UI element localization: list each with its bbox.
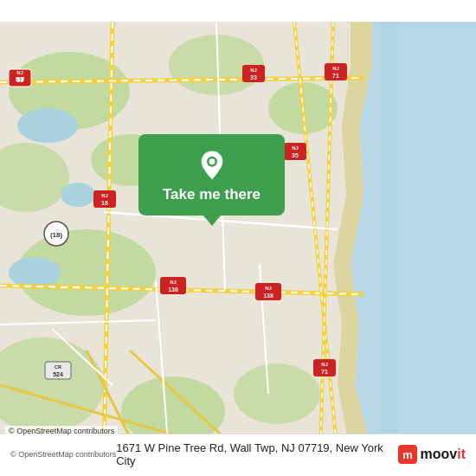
- svg-text:NJ: NJ: [250, 68, 257, 73]
- map-attribution: © OpenStreetMap contributors: [5, 426, 118, 436]
- svg-text:(18): (18): [50, 231, 63, 239]
- svg-text:71: 71: [332, 73, 339, 79]
- svg-marker-15: [381, 22, 398, 454]
- svg-text:524: 524: [53, 371, 63, 377]
- map-background: NJ 33 NJ 33 NJ 18 (18) NJ 33 NJ 35 NJ 71…: [0, 0, 476, 476]
- svg-text:CR: CR: [55, 364, 61, 370]
- svg-point-70: [209, 158, 215, 164]
- svg-text:35: 35: [292, 152, 299, 158]
- bottom-bar: © OpenStreetMap contributors 1671 W Pine…: [0, 434, 476, 476]
- svg-text:NJ: NJ: [332, 66, 339, 71]
- osm-attribution: © OpenStreetMap contributors: [10, 450, 116, 459]
- svg-text:m: m: [402, 448, 413, 461]
- moovit-logo-text: moovit: [421, 447, 466, 462]
- svg-text:33: 33: [16, 77, 23, 83]
- svg-text:71: 71: [321, 369, 328, 375]
- moovit-text-red: it: [457, 447, 466, 461]
- svg-text:33: 33: [250, 74, 257, 80]
- address-text: 1671 W Pine Tree Rd, Wall Twp, NJ 07719,…: [116, 441, 397, 467]
- take-me-there-button[interactable]: Take me there: [138, 134, 285, 215]
- svg-point-12: [17, 108, 78, 143]
- svg-text:18: 18: [101, 200, 108, 206]
- svg-text:138: 138: [263, 293, 273, 299]
- svg-marker-1: [351, 22, 476, 454]
- moovit-m-icon: m: [398, 445, 417, 464]
- svg-text:NJ: NJ: [101, 193, 108, 198]
- svg-text:NJ: NJ: [292, 145, 299, 151]
- svg-point-13: [9, 257, 61, 288]
- svg-point-14: [61, 183, 95, 207]
- map-container: NJ 33 NJ 33 NJ 18 (18) NJ 33 NJ 35 NJ 71…: [0, 0, 476, 476]
- take-me-there-label: Take me there: [163, 186, 261, 203]
- svg-point-8: [234, 363, 320, 424]
- svg-text:138: 138: [168, 286, 178, 293]
- moovit-text-black: moov: [421, 447, 458, 461]
- svg-text:NJ: NJ: [265, 286, 272, 291]
- location-pin-icon: [196, 150, 228, 181]
- svg-text:NJ: NJ: [321, 362, 328, 367]
- svg-text:NJ: NJ: [16, 70, 23, 75]
- svg-text:NJ: NJ: [170, 280, 177, 285]
- moovit-logo: m moovit: [398, 445, 466, 464]
- popup-arrow: [203, 215, 221, 226]
- take-me-there-popup[interactable]: Take me there: [138, 134, 285, 226]
